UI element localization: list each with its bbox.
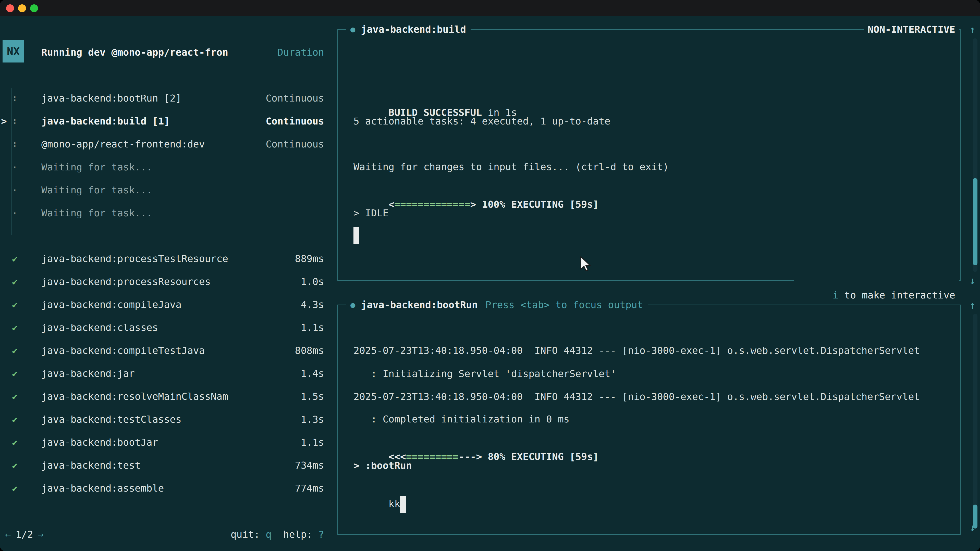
quit-label: quit: — [231, 529, 266, 540]
task-name: java-backend:test — [41, 460, 141, 471]
running-task-row[interactable]: ∶ @mono-app/react-frontend:dev Continuou… — [0, 133, 332, 156]
completed-task-row[interactable]: ✔ java-backend:assemble 774ms — [0, 477, 332, 500]
bootrun-panel-title-text: java-backend:bootRun — [361, 298, 478, 312]
mouse-cursor — [579, 256, 592, 273]
task-state-icon: · — [10, 156, 19, 179]
window-minimize-button[interactable] — [18, 4, 26, 12]
task-state-icon: ∶ — [10, 110, 19, 133]
interactive-hint-key[interactable]: i — [833, 289, 838, 301]
window-close-button[interactable] — [6, 4, 14, 12]
progress-status: 100% EXECUTING [59s] — [476, 199, 598, 210]
task-name: java-backend:resolveMainClassNam — [41, 391, 228, 402]
completed-task-row[interactable]: ✔ java-backend:classes 1.1s — [0, 316, 332, 339]
task-status: Continuous — [266, 116, 324, 127]
bootrun-scrollbar-track[interactable] — [973, 314, 977, 526]
duration-column-header: Duration — [277, 47, 324, 58]
running-task-row[interactable]: · Waiting for task... — [0, 202, 332, 224]
page-prev-arrow[interactable]: ← — [5, 529, 11, 540]
task-name: Waiting for task... — [41, 207, 152, 219]
task-duration: 1.0s — [301, 276, 324, 287]
bootrun-input-text: kk — [388, 498, 400, 510]
scroll-down-icon[interactable]: ↓ — [965, 273, 980, 288]
completed-task-row[interactable]: ✔ java-backend:processResources 1.0s — [0, 270, 332, 293]
task-status: Continuous — [266, 93, 324, 104]
completed-task-row[interactable]: ✔ java-backend:resolveMainClassNam 1.5s — [0, 385, 332, 408]
bootrun-input-line[interactable]: kk — [353, 481, 406, 495]
quit-key[interactable]: q — [266, 529, 272, 540]
progress-bar-fill: ============= — [394, 199, 470, 210]
task-duration: 1.1s — [301, 437, 324, 448]
task-success-check-icon: ✔ — [10, 362, 19, 385]
progress-close: ---> — [458, 451, 482, 462]
task-state-icon: · — [10, 179, 19, 202]
task-name: java-backend:processResources — [41, 276, 210, 287]
task-name: java-backend:jar — [41, 368, 135, 379]
completed-task-row[interactable]: ✔ java-backend:compileJava 4.3s — [0, 293, 332, 316]
completed-task-row[interactable]: ✔ java-backend:testClasses 1.3s — [0, 408, 332, 431]
task-duration: 1.5s — [301, 391, 324, 402]
completed-task-row[interactable]: ✔ java-backend:jar 1.4s — [0, 362, 332, 385]
running-task-row[interactable]: · Waiting for task... — [0, 179, 332, 202]
task-success-check-icon: ✔ — [10, 247, 19, 270]
help-key[interactable]: ? — [318, 529, 324, 540]
terminal-window: NX Running dev @mono-app/react-fron Dura… — [0, 0, 980, 551]
scroll-down-icon[interactable]: ↓ — [965, 520, 980, 535]
page-indicator: 1/2 — [16, 529, 33, 540]
running-task-row[interactable]: > ∶ java-backend:build [1] Continuous — [0, 110, 332, 133]
task-name: java-backend:processTestResource — [41, 253, 228, 264]
build-success-line: BUILD SUCCESSFUL in 1s — [353, 91, 517, 105]
completed-task-row[interactable]: ✔ java-backend:bootJar 1.1s — [0, 431, 332, 454]
running-task-row[interactable]: ∶ java-backend:bootRun [2] Continuous — [0, 87, 332, 110]
progress-status: 80% EXECUTING [59s] — [482, 451, 599, 462]
task-success-check-icon: ✔ — [10, 339, 19, 362]
completed-task-row[interactable]: ✔ java-backend:processTestResource 889ms — [0, 247, 332, 270]
build-progress-line: <=============> 100% EXECUTING [59s] — [353, 183, 599, 197]
window-zoom-button[interactable] — [30, 4, 38, 12]
build-scrollbar-thumb[interactable] — [973, 178, 977, 265]
task-name: java-backend:testClasses — [41, 414, 181, 425]
task-duration: 1.4s — [301, 368, 324, 379]
scroll-up-icon[interactable]: ↑ — [965, 22, 980, 37]
task-success-check-icon: ✔ — [10, 385, 19, 408]
task-status: Continuous — [266, 138, 324, 150]
build-actionable-tasks-line: 5 actionable tasks: 4 executed, 1 up-to-… — [353, 114, 611, 128]
sidebar-header: Running dev @mono-app/react-fron Duratio… — [0, 43, 332, 61]
log-line: : Initializing Servlet 'dispatcherServle… — [353, 367, 616, 381]
task-duration: 734ms — [295, 460, 324, 471]
task-running-bullet-icon: ● — [350, 22, 355, 37]
bootrun-progress-line: <<<=========---> 80% EXECUTING [59s] — [353, 435, 599, 449]
task-name: java-backend:bootRun [2] — [41, 93, 181, 104]
terminal-cursor — [400, 495, 406, 513]
log-line: 2025-07-23T13:40:18.950-04:00 INFO 44312… — [353, 343, 920, 358]
task-name: java-backend:classes — [41, 322, 158, 333]
task-running-bullet-icon: ● — [350, 298, 355, 312]
scroll-up-icon[interactable]: ↑ — [965, 298, 980, 312]
task-state-icon: ∶ — [10, 87, 19, 110]
task-success-check-icon: ✔ — [10, 270, 19, 293]
log-line: : Completed initialization in 0 ms — [353, 412, 570, 426]
completed-task-row[interactable]: ✔ java-backend:test 734ms — [0, 454, 332, 477]
task-duration: 808ms — [295, 345, 324, 356]
task-state-icon: ∶ — [10, 133, 19, 156]
page-next-arrow[interactable]: → — [38, 529, 44, 540]
progress-close: > — [470, 199, 476, 210]
task-name: java-backend:compileJava — [41, 299, 181, 310]
task-success-check-icon: ✔ — [10, 316, 19, 339]
task-duration: 4.3s — [301, 299, 324, 310]
build-panel-title-text: java-backend:build — [361, 22, 466, 37]
interactive-hint-text: to make interactive — [838, 289, 955, 301]
completed-task-row[interactable]: ✔ java-backend:compileTestJava 808ms — [0, 339, 332, 362]
build-output-panel[interactable]: ● java-backend:build NON-INTERACTIVE BUI… — [337, 29, 961, 281]
terminal-cursor — [353, 227, 359, 244]
task-name: java-backend:assemble — [41, 483, 164, 494]
build-waiting-line: Waiting for changes to input files... (c… — [353, 160, 669, 174]
sidebar-title: Running dev @mono-app/react-fron — [41, 47, 228, 58]
task-duration: 774ms — [295, 483, 324, 494]
running-task-row[interactable]: · Waiting for task... — [0, 156, 332, 179]
interactive-hint: i to make interactive — [794, 274, 959, 288]
task-name: Waiting for task... — [41, 162, 152, 173]
bootrun-output-panel[interactable]: ● java-backend:bootRun Press <tab> to fo… — [337, 305, 961, 535]
window-titlebar[interactable] — [0, 0, 980, 16]
running-task-list: ∶ java-backend:bootRun [2] Continuous > … — [0, 87, 332, 224]
progress-open: < — [388, 199, 394, 210]
